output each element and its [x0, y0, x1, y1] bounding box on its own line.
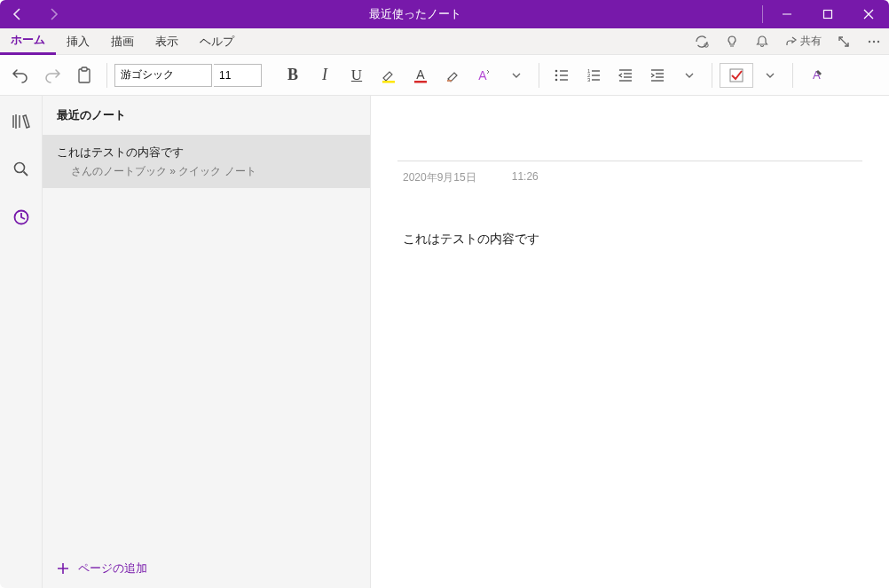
note-list-item[interactable]: これはテストの内容です さんのノートブック » クイック ノート: [43, 135, 370, 188]
underline-button[interactable]: U: [342, 60, 372, 90]
window-title: 最近使ったノート: [71, 6, 759, 22]
more-icon[interactable]: [859, 28, 889, 55]
svg-line-35: [23, 172, 28, 176]
svg-point-13: [555, 74, 558, 76]
font-dropdown[interactable]: [501, 60, 531, 90]
font-color-button[interactable]: A: [405, 60, 436, 90]
page-title-input[interactable]: [397, 117, 862, 161]
title-bar: 最近使ったノート: [0, 0, 889, 28]
forward-button[interactable]: [35, 0, 71, 28]
recent-icon[interactable]: [8, 204, 35, 231]
numbered-list-button[interactable]: 123: [578, 60, 609, 90]
share-button[interactable]: 共有: [777, 34, 829, 49]
paragraph-dropdown[interactable]: [674, 60, 704, 90]
svg-point-4: [873, 40, 875, 42]
svg-rect-10: [414, 81, 427, 83]
ink-pen-button[interactable]: A: [800, 60, 830, 90]
lightbulb-icon[interactable]: [717, 28, 747, 55]
page-body-text[interactable]: これはテストの内容です: [397, 231, 862, 247]
tag-dropdown[interactable]: [755, 60, 785, 90]
highlight-button[interactable]: [374, 60, 404, 90]
tab-help[interactable]: ヘルプ: [189, 28, 245, 55]
svg-text:A: A: [416, 67, 425, 82]
notelist-header: 最近のノート: [43, 96, 370, 135]
page-date: 2020年9月15日: [403, 170, 476, 185]
svg-point-14: [555, 78, 558, 81]
todo-tag-button[interactable]: [720, 63, 753, 88]
titlebar-separator: [762, 5, 763, 23]
add-page-button[interactable]: ページの追加: [43, 549, 370, 588]
note-item-title: これはテストの内容です: [57, 145, 356, 161]
svg-point-5: [877, 40, 879, 42]
back-button[interactable]: [0, 0, 35, 28]
redo-button[interactable]: [37, 60, 67, 90]
share-label: 共有: [800, 34, 822, 49]
sync-icon[interactable]: [687, 28, 717, 55]
font-size-select[interactable]: 11: [214, 64, 262, 87]
ribbon-toolbar: 游ゴシック 11 B I U A A 123 A: [0, 55, 889, 96]
svg-point-12: [555, 69, 558, 72]
note-list-panel: 最近のノート これはテストの内容です さんのノートブック » クイック ノート …: [43, 96, 371, 588]
indent-button[interactable]: [642, 60, 673, 90]
svg-rect-7: [82, 67, 87, 71]
minimize-button[interactable]: [767, 0, 807, 28]
notebooks-icon[interactable]: [8, 108, 35, 135]
italic-button[interactable]: I: [310, 60, 340, 90]
tab-insert[interactable]: 挿入: [56, 28, 100, 55]
fullscreen-icon[interactable]: [829, 28, 859, 55]
bullet-list-button[interactable]: [547, 60, 577, 90]
page-canvas[interactable]: 2020年9月15日 11:26 これはテストの内容です: [371, 96, 889, 588]
page-time: 11:26: [512, 170, 539, 185]
add-page-label: ページの追加: [78, 561, 147, 576]
font-name-select[interactable]: 游ゴシック: [114, 64, 212, 87]
close-button[interactable]: [848, 0, 889, 28]
svg-rect-1: [824, 11, 832, 19]
undo-button[interactable]: [5, 60, 35, 90]
plus-icon: [57, 562, 69, 575]
left-rail: [0, 96, 43, 588]
bell-icon[interactable]: [747, 28, 777, 55]
svg-rect-8: [382, 81, 395, 83]
note-item-path: さんのノートブック » クイック ノート: [57, 164, 356, 179]
svg-text:A: A: [478, 68, 487, 82]
search-icon[interactable]: [8, 156, 35, 183]
svg-point-34: [14, 163, 24, 173]
clipboard-button[interactable]: [69, 60, 99, 90]
tab-draw[interactable]: 描画: [100, 28, 145, 55]
text-effect-button[interactable]: A: [469, 60, 500, 90]
outdent-button[interactable]: [610, 60, 641, 90]
ribbon-tabs: ホーム 挿入 描画 表示 ヘルプ 共有: [0, 28, 889, 55]
tab-view[interactable]: 表示: [145, 28, 189, 55]
tab-home[interactable]: ホーム: [0, 28, 56, 55]
clear-formatting-button[interactable]: [437, 60, 468, 90]
maximize-button[interactable]: [807, 0, 848, 28]
svg-point-3: [869, 40, 870, 42]
bold-button[interactable]: B: [278, 60, 308, 90]
svg-text:3: 3: [587, 77, 591, 82]
